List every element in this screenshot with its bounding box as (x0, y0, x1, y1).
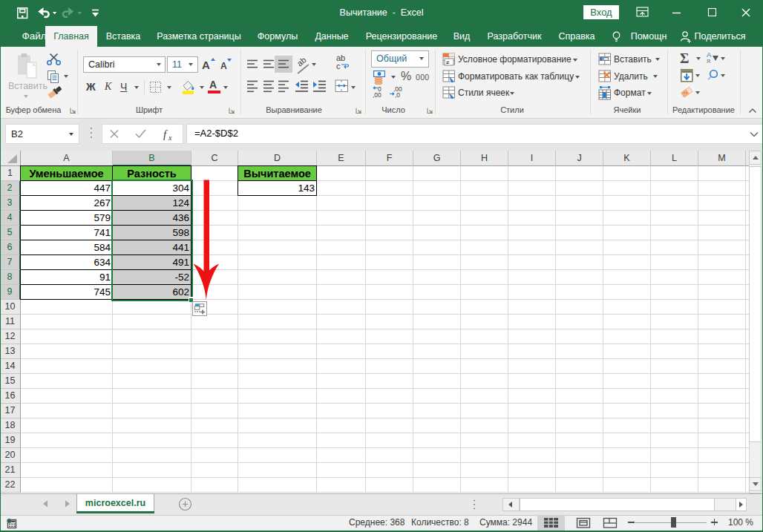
svg-text:,00: ,00 (373, 91, 382, 99)
svg-text:,0: ,0 (395, 91, 400, 99)
svg-text:≠: ≠ (446, 59, 450, 66)
svg-text:f: f (163, 128, 168, 140)
svg-text:x: x (168, 134, 172, 142)
